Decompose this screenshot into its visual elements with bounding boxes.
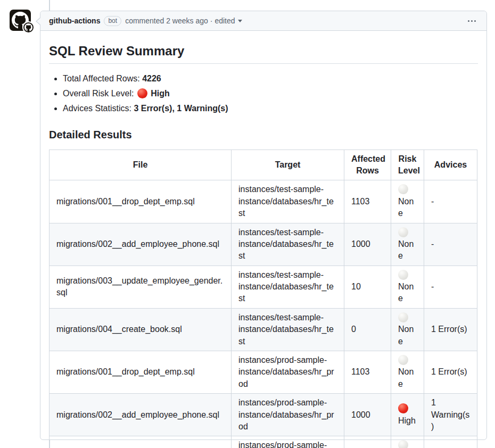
table-row: migrations/002__add_employee_phone.sql i… [50,394,477,436]
advices-cell: - [424,223,477,266]
file-cell: migrations/001__drop_dept_emp.sql [50,351,232,394]
file-cell: migrations/002__add_employee_phone.sql [50,223,232,266]
overall-risk-level-value: High [151,89,170,98]
affected-rows-cell: 1000 [344,223,391,266]
github-actions-avatar[interactable] [10,10,31,31]
risk-level-cell: None [391,308,424,351]
white-circle-emoji [398,355,408,365]
red-circle-emoji [137,88,147,98]
summary-item-advices-statistics: Advices Statistics: 3 Error(s), 1 Warnin… [63,102,478,114]
file-cell: migrations/003__update_employee_gender.s… [50,266,232,308]
kebab-horizontal-icon [468,20,469,22]
risk-level-cell: High [391,394,424,436]
file-cell: migrations/001__drop_dept_emp.sql [50,180,232,223]
table-row: migrations/001__drop_dept_emp.sql instan… [50,351,477,394]
comment-header: github-actions bot commented 2 weeks ago… [40,11,486,31]
target-cell: instances/test-sample-instance/databases… [232,180,344,223]
kebab-menu-button[interactable] [466,18,478,24]
summary-item-risk-level: Overall Risk Level: High [63,87,478,99]
advices-cell: 1 Error(s) [424,351,477,394]
white-circle-emoji [398,270,408,280]
edited-dropdown[interactable]: edited [214,16,242,25]
advices-statistics-value: 3 Error(s), 1 Warning(s) [134,104,228,113]
col-header-file: File [50,150,232,180]
table-row: migrations/003__update_employee_gender.s… [50,266,477,308]
target-cell: instances/test-sample-instance/databases… [232,266,344,308]
affected-rows-cell: 10 [344,266,391,308]
advices-cell: - [424,266,477,308]
advices-cell: 1 Error(s) [424,308,477,351]
advices-cell: - [424,436,477,448]
table-header-row: File Target Affected Rows Risk Level Adv… [50,150,477,180]
table-row: migrations/002__add_employee_phone.sql i… [50,223,477,266]
risk-level-cell: None [391,266,424,308]
comment-body: SQL Review Summary Total Affected Rows: … [40,31,486,448]
col-header-target: Target [232,150,344,180]
white-circle-emoji [398,440,408,448]
table-row: migrations/003__update_employee_gender.s… [50,436,477,448]
affected-rows-cell: 0 [344,308,391,351]
total-affected-rows-value: 4226 [142,74,161,83]
white-circle-emoji [398,312,408,322]
table-row: migrations/001__drop_dept_emp.sql instan… [50,180,477,223]
comment-timestamp[interactable]: commented 2 weeks ago [125,16,208,25]
detailed-results-title: Detailed Results [49,129,478,141]
white-circle-emoji [398,184,408,194]
risk-level-cell: None [391,180,424,223]
summary-list: Total Affected Rows: 4226 Overall Risk L… [49,72,478,115]
affected-rows-cell: 10 [344,436,391,448]
summary-item-affected-rows: Total Affected Rows: 4226 [63,72,478,85]
target-cell: instances/test-sample-instance/databases… [232,308,344,351]
file-cell: migrations/003__update_employee_gender.s… [50,436,232,448]
target-cell: instances/prod-sample-instance/databases… [232,394,344,436]
file-cell: migrations/002__add_employee_phone.sql [50,394,232,436]
edited-label: edited [214,16,235,25]
target-cell: instances/prod-sample-instance/databases… [232,436,344,448]
col-header-advices: Advices [424,150,477,180]
file-cell: migrations/004__create_book.sql [50,308,232,351]
affected-rows-cell: 1103 [344,351,391,394]
white-circle-emoji [398,227,408,237]
target-cell: instances/prod-sample-instance/databases… [232,351,344,394]
risk-level-cell: None [391,351,424,394]
risk-level-cell: None [391,436,424,448]
bot-badge: bot [104,16,121,26]
affected-rows-cell: 1103 [344,180,391,223]
table-row: migrations/004__create_book.sql instance… [50,308,477,351]
author-link[interactable]: github-actions [49,16,100,25]
results-table: File Target Affected Rows Risk Level Adv… [49,150,477,448]
advices-cell: - [424,180,477,223]
affected-rows-cell: 1000 [344,394,391,436]
risk-level-cell: None [391,223,424,266]
red-circle-emoji [398,403,408,413]
bot-avatar-badge-icon [22,21,35,34]
target-cell: instances/test-sample-instance/databases… [232,223,344,266]
chevron-down-icon [238,20,242,22]
advices-cell: 1 Warning(s) [424,394,477,436]
col-header-risk-level: Risk Level [391,150,424,180]
review-summary-title: SQL Review Summary [49,44,478,64]
comment-card: github-actions bot commented 2 weeks ago… [40,11,487,440]
col-header-affected-rows: Affected Rows [344,150,391,180]
meta-separator: · [210,16,213,25]
